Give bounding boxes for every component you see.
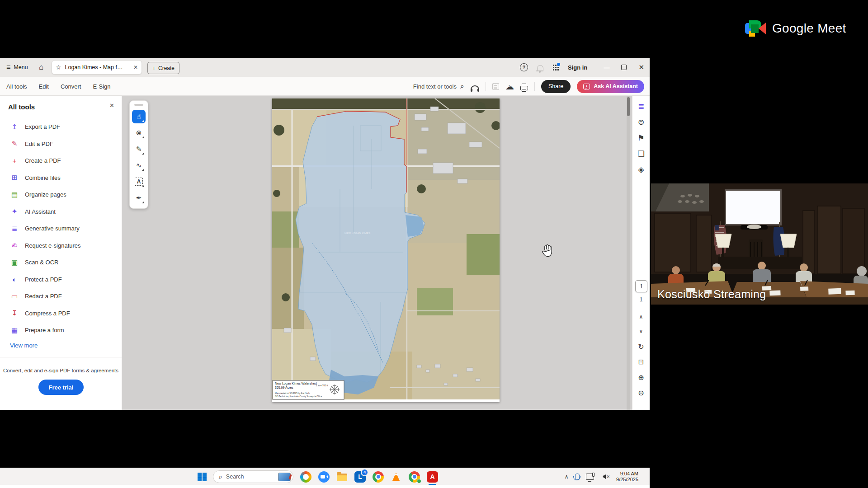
tools-panel-item-generative-summary[interactable]: ≣ Generative summary — [0, 220, 122, 237]
quick-tools-toolbar: ☝ ⊜ ✎ ∿ A ✒ — [129, 100, 148, 209]
tools-panel-item-combine-files[interactable]: ⊞ Combine files — [0, 169, 122, 187]
tools-panel-item-create-pdf[interactable]: + Create a PDF — [0, 152, 122, 169]
pdf-page[interactable]: NEW LOGAN KIMES New Logan Kimes Watershe… — [272, 99, 500, 402]
vlc-icon[interactable] — [391, 471, 402, 483]
scrollbar-thumb[interactable] — [627, 97, 630, 116]
tools-panel-item-request-esignatures[interactable]: ✍ Request e-signatures — [0, 237, 122, 254]
tool-icon: + — [10, 156, 19, 165]
tools-list: ↥ Export a PDF ✎ Edit a PDF + Create a P… — [0, 118, 122, 339]
tools-panel-item-organize-pages[interactable]: ▤ Organize pages — [0, 186, 122, 203]
comment-tool[interactable]: ⊜ — [132, 126, 146, 140]
tab-close-icon[interactable]: ✕ — [133, 64, 138, 70]
tools-panel-item-prepare-form[interactable]: ▦ Prepare a form — [0, 322, 122, 339]
layers-panel-icon[interactable]: ◈ — [638, 165, 644, 174]
chrome-profile-icon[interactable] — [409, 471, 420, 483]
ask-ai-assistant-button[interactable]: ✦ Ask AI Assistant — [577, 80, 644, 93]
lasso-tool[interactable]: ∿ — [132, 159, 146, 172]
tools-panel-item-redact-pdf[interactable]: ▭ Redact a PDF — [0, 288, 122, 305]
zoom-app-icon[interactable] — [318, 471, 330, 483]
print-icon[interactable] — [520, 86, 528, 90]
legend-title: New Logan Kimes Watershed — [275, 382, 316, 385]
cloud-upload-icon[interactable]: ☁↑ — [505, 82, 514, 91]
acrobat-taskbar-icon[interactable]: A — [427, 471, 438, 483]
right-rail: ≣ ⊜ ⚑ ❏ ◈ 1 1 ∧ ∨ ↻ ⊡ ⊕ ⊖ — [632, 96, 650, 410]
home-button[interactable]: ⌂ — [39, 58, 43, 77]
start-button[interactable] — [198, 473, 206, 481]
next-page-button[interactable]: ∨ — [632, 328, 650, 334]
tool-label: Generative summary — [25, 225, 80, 232]
titlebar: ≡ Menu ⌂ ☆ Logan Kimes - Map for ... ✕ +… — [0, 58, 650, 77]
previous-page-button[interactable]: ∧ — [632, 314, 650, 320]
display-tray-icon[interactable] — [586, 474, 594, 480]
document-tab[interactable]: ☆ Logan Kimes - Map for ... ✕ — [52, 60, 142, 75]
file-explorer-icon[interactable] — [336, 471, 348, 483]
volume-muted-icon[interactable]: ✕ — [600, 474, 610, 479]
chrome-icon[interactable] — [373, 471, 384, 483]
star-icon[interactable]: ☆ — [56, 64, 61, 71]
tool-label: Redact a PDF — [25, 293, 62, 300]
linkedin-icon[interactable]: L4 — [354, 471, 366, 483]
divider — [0, 357, 122, 357]
create-tab-button[interactable]: + Create — [147, 62, 179, 74]
drag-handle[interactable] — [134, 104, 143, 106]
rotate-page-button[interactable]: ↻ — [632, 343, 650, 351]
draw-tool-icon: ✎ — [136, 145, 142, 153]
zoom-in-button[interactable]: ⊕ — [632, 373, 650, 382]
notifications-bell-icon[interactable] — [537, 65, 543, 70]
restore-button[interactable] — [621, 65, 627, 70]
share-button[interactable]: Share — [541, 80, 571, 93]
toolbar: All tools Edit Convert E-Sign Find text … — [0, 77, 650, 96]
find-text-button[interactable]: Find text or tools ⌕ — [413, 82, 464, 90]
copilot-icon[interactable] — [300, 471, 311, 483]
document-area[interactable]: ☝ ⊜ ✎ ∿ A ✒ — [122, 96, 632, 410]
close-window-button[interactable]: ✕ — [638, 63, 644, 71]
tray-date: 9/25/2025 — [616, 477, 638, 483]
comments-panel-icon[interactable]: ⊜ — [638, 118, 644, 127]
tools-panel-item-ai-assistant[interactable]: ✦ AI Assistant — [0, 203, 122, 221]
ai-summary-panel-icon[interactable]: ≣ — [638, 102, 644, 111]
search-icon: ⌕ — [460, 82, 464, 90]
tool-label: Edit a PDF — [25, 141, 53, 147]
fill-sign-tool[interactable]: ✒ — [132, 191, 146, 205]
apps-grid-icon[interactable] — [552, 64, 559, 70]
tools-panel-item-compress-pdf[interactable]: ↧ Compress a PDF — [0, 305, 122, 322]
menu-convert[interactable]: Convert — [61, 83, 81, 90]
tools-panel-item-protect-pdf[interactable]: ◐ Protect a PDF — [0, 271, 122, 288]
all-tools-panel: All tools ✕ ↥ Export a PDF ✎ Edit a PDF … — [0, 96, 122, 410]
menu-esign[interactable]: E-Sign — [93, 83, 110, 90]
tool-icon: ▭ — [10, 292, 19, 301]
thumbnails-panel-icon[interactable]: ❏ — [637, 150, 644, 159]
sign-in-button[interactable]: Sign in — [568, 64, 587, 71]
tool-label: Compress a PDF — [25, 310, 70, 317]
promo-text: Convert, edit and e-sign PDF forms & agr… — [0, 368, 122, 373]
help-icon[interactable]: ? — [520, 63, 528, 71]
fit-page-button[interactable]: ⊡ — [632, 358, 650, 366]
tools-panel-item-edit-pdf[interactable]: ✎ Edit a PDF — [0, 136, 122, 153]
minimize-button[interactable]: — — [604, 64, 609, 71]
draw-tool[interactable]: ✎ — [132, 142, 146, 156]
free-trial-button[interactable]: Free trial — [38, 380, 84, 395]
hand-tool[interactable]: ☝ — [132, 110, 146, 123]
zoom-out-button[interactable]: ⊖ — [632, 389, 650, 397]
text-select-tool[interactable]: A — [132, 175, 146, 188]
scrollbar[interactable] — [627, 96, 630, 410]
page-number-input[interactable]: 1 — [635, 280, 647, 292]
view-more-link[interactable]: View more — [10, 342, 38, 349]
panel-close-icon[interactable]: ✕ — [109, 102, 114, 109]
meeting-video-tile[interactable]: Kosciusko Streaming — [651, 183, 868, 305]
taskbar-search[interactable]: ⌕ Search — [213, 470, 293, 483]
taskbar-clock[interactable]: 9:04 AM 9/25/2025 — [616, 471, 638, 483]
menu-edit[interactable]: Edit — [39, 83, 49, 90]
home-icon: ⌂ — [39, 63, 43, 72]
microphone-tray-icon[interactable] — [575, 474, 580, 480]
menu-button[interactable]: ≡ Menu — [6, 58, 28, 77]
bookmarks-panel-icon[interactable]: ⚑ — [637, 134, 644, 143]
tool-icon: ◐ — [10, 275, 19, 284]
hidden-icons-chevron[interactable]: ∧ — [565, 474, 569, 480]
tool-label: AI Assistant — [25, 208, 56, 215]
menu-all-tools[interactable]: All tools — [6, 83, 27, 90]
read-aloud-icon[interactable] — [471, 85, 479, 90]
tools-panel-item-export-pdf[interactable]: ↥ Export a PDF — [0, 118, 122, 136]
tools-panel-item-scan-ocr[interactable]: ▣ Scan & OCR — [0, 254, 122, 271]
screen: Google Meet ≡ Menu ⌂ ☆ Logan Kimes - Map… — [0, 0, 868, 488]
